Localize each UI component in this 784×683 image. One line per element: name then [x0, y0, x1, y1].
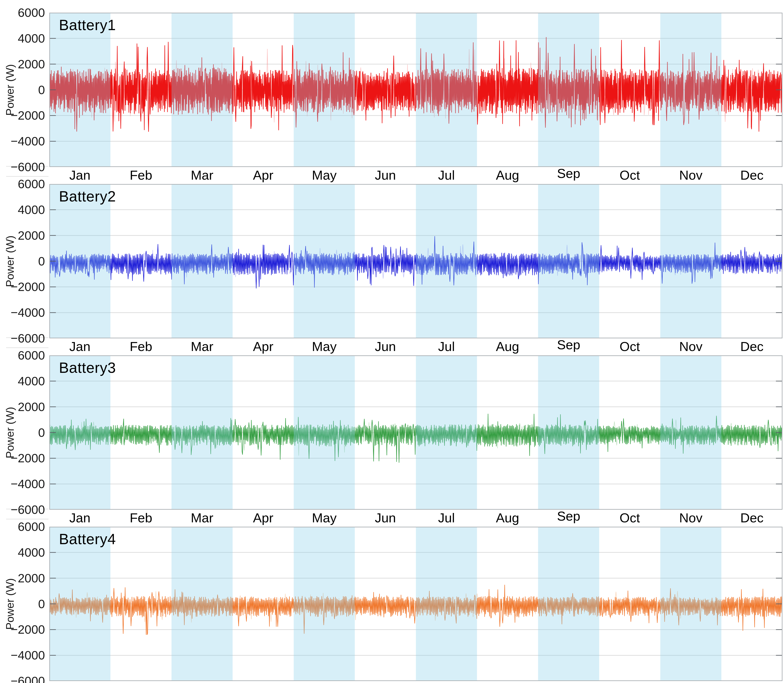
- month-label-may: May: [300, 511, 348, 525]
- ytick-label: 6000: [0, 6, 45, 19]
- panel-title-battery2: Battery2: [59, 188, 116, 204]
- ytick-label: 6000: [0, 178, 45, 191]
- shaded-month-band: [172, 184, 232, 338]
- month-label-feb: Feb: [117, 340, 165, 354]
- month-label-apr: Apr: [239, 340, 287, 354]
- month-label-dec: Dec: [728, 340, 776, 354]
- battery-power-figure: Battery16000400020000−2000−4000−6000Powe…: [0, 0, 784, 683]
- shaded-month-band: [538, 184, 599, 338]
- series-plot-battery2: [49, 184, 782, 338]
- shaded-month-band: [416, 527, 477, 681]
- month-label-oct: Oct: [606, 340, 654, 354]
- month-label-aug: Aug: [483, 168, 531, 182]
- shaded-month-band: [49, 355, 111, 510]
- ytick-label: 4000: [0, 32, 45, 45]
- ytick-label: −6000: [0, 160, 45, 173]
- month-label-jul: Jul: [422, 340, 470, 354]
- shaded-month-band: [416, 13, 477, 167]
- month-label-jun: Jun: [361, 340, 409, 354]
- shaded-month-band: [538, 13, 599, 167]
- month-label-apr: Apr: [239, 511, 287, 525]
- month-label-dec: Dec: [728, 168, 776, 182]
- month-label-feb: Feb: [117, 511, 165, 525]
- month-label-aug: Aug: [483, 340, 531, 354]
- month-label-mar: Mar: [178, 168, 226, 182]
- shaded-month-band: [294, 184, 355, 338]
- shaded-month-band: [294, 355, 355, 510]
- month-label-jun: Jun: [361, 511, 409, 525]
- shaded-month-band: [538, 527, 599, 681]
- shaded-month-band: [294, 527, 355, 681]
- ytick-label: −6000: [0, 675, 45, 683]
- subplot-battery1: [49, 13, 782, 167]
- shaded-month-band: [172, 355, 232, 510]
- month-label-jul: Jul: [422, 168, 470, 182]
- y-axis-label: Power (W): [4, 558, 16, 650]
- month-label-mar: Mar: [178, 511, 226, 525]
- shaded-month-band: [660, 355, 721, 510]
- ytick-label: −4000: [0, 649, 45, 662]
- month-label-nov: Nov: [667, 340, 715, 354]
- shaded-month-band: [660, 13, 721, 167]
- month-label-jun: Jun: [361, 168, 409, 182]
- month-label-sep: Sep: [545, 338, 593, 352]
- month-label-apr: Apr: [239, 168, 287, 182]
- month-label-dec: Dec: [728, 511, 776, 525]
- shaded-month-band: [294, 13, 355, 167]
- ytick-label: −4000: [0, 306, 45, 319]
- shaded-month-band: [49, 527, 111, 681]
- shaded-month-band: [172, 527, 232, 681]
- month-label-nov: Nov: [667, 168, 715, 182]
- series-plot-battery3: [49, 355, 782, 510]
- month-label-oct: Oct: [606, 168, 654, 182]
- month-label-jan: Jan: [56, 168, 104, 182]
- ytick-label: −4000: [0, 135, 45, 148]
- shaded-month-band: [49, 13, 111, 167]
- y-axis-label: Power (W): [4, 215, 16, 307]
- panel-title-battery4: Battery4: [59, 531, 116, 547]
- y-axis-label: Power (W): [4, 387, 16, 478]
- shaded-month-band: [660, 184, 721, 338]
- subplot-battery4: [49, 527, 782, 681]
- month-label-may: May: [300, 168, 348, 182]
- ytick-label: 4000: [0, 203, 45, 216]
- ytick-label: −4000: [0, 478, 45, 491]
- y-axis-label: Power (W): [4, 44, 16, 136]
- ytick-label: 4000: [0, 546, 45, 559]
- ytick-label: −6000: [0, 332, 45, 345]
- month-label-aug: Aug: [483, 511, 531, 525]
- ytick-label: −6000: [0, 503, 45, 516]
- panel-title-battery1: Battery1: [59, 17, 116, 33]
- month-label-jan: Jan: [56, 511, 104, 525]
- month-label-feb: Feb: [117, 168, 165, 182]
- shaded-month-band: [416, 355, 477, 510]
- month-label-sep: Sep: [545, 509, 593, 523]
- ytick-label: 6000: [0, 520, 45, 533]
- shaded-month-band: [49, 184, 111, 338]
- month-label-jan: Jan: [56, 340, 104, 354]
- month-label-sep: Sep: [545, 167, 593, 181]
- shaded-month-band: [660, 527, 721, 681]
- month-label-may: May: [300, 340, 348, 354]
- subplot-battery2: [49, 184, 782, 338]
- ytick-label: 4000: [0, 375, 45, 388]
- shaded-month-band: [172, 13, 232, 167]
- subplot-battery3: [49, 355, 782, 510]
- ytick-label: 6000: [0, 349, 45, 362]
- month-label-oct: Oct: [606, 511, 654, 525]
- month-label-jul: Jul: [422, 511, 470, 525]
- month-label-nov: Nov: [667, 511, 715, 525]
- shaded-month-band: [538, 355, 599, 510]
- shaded-month-band: [416, 184, 477, 338]
- panel-title-battery3: Battery3: [59, 360, 116, 375]
- series-plot-battery4: [49, 527, 782, 681]
- month-label-mar: Mar: [178, 340, 226, 354]
- series-plot-battery1: [49, 13, 782, 167]
